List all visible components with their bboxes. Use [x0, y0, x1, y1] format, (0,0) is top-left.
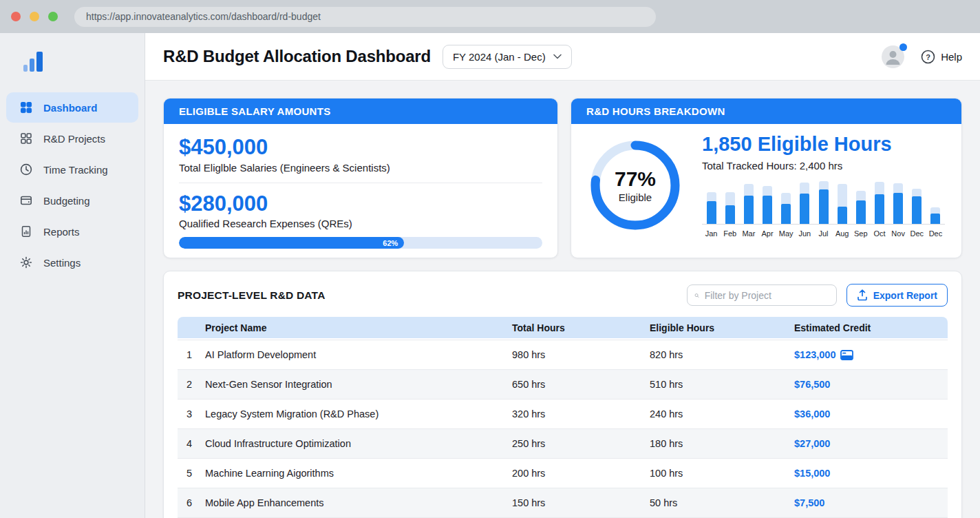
- bar-eligible: [912, 196, 922, 224]
- window-controls: [11, 12, 58, 21]
- estimated-credit-value: $15,000: [794, 468, 948, 479]
- bar-month-5: [777, 181, 796, 224]
- bar-month-1: [702, 181, 721, 224]
- qre-progress-percent: 62%: [383, 239, 398, 247]
- sidebar-item-reports[interactable]: Reports: [6, 216, 138, 247]
- search-icon: [694, 290, 699, 301]
- bar-eligible: [744, 196, 754, 224]
- bar-eligible: [930, 214, 940, 224]
- sidebar-item-label: Dashboard: [43, 102, 97, 114]
- total-hours-value: 250 hrs: [512, 438, 650, 449]
- project-filter-field[interactable]: [687, 284, 837, 306]
- wallet-icon: [19, 194, 33, 207]
- table-row[interactable]: 2Next-Gen Sensor Integration650 hrs510 h…: [178, 369, 948, 399]
- eligible-hours-value: 820 hrs: [650, 349, 794, 360]
- bar-eligible: [893, 193, 903, 224]
- eligible-hours-donut-chart: 77% Eligible: [586, 136, 684, 234]
- eligible-hours-headline: 1,850 Eligible Hours: [702, 134, 945, 156]
- app-logo-bars-icon: [23, 51, 145, 72]
- eligible-salary-card: ELIGIBLE SALARY AMOUNTS $450,000 Total E…: [163, 98, 558, 258]
- page-header: R&D Budget Allocation Dashboard FY 2024 …: [145, 33, 980, 81]
- sidebar-item-r-d-projects[interactable]: R&D Projects: [6, 123, 138, 154]
- bar-month-label: Jul: [814, 229, 833, 238]
- sidebar-menu: DashboardR&D ProjectsTime TrackingBudget…: [0, 92, 145, 278]
- project-row-number: 4: [178, 438, 205, 449]
- project-name: Legacy System Migration (R&D Phase): [205, 408, 512, 419]
- report-document-icon: [19, 225, 33, 238]
- credit-amount: $36,000: [794, 408, 830, 419]
- project-filter-input[interactable]: [705, 290, 829, 301]
- table-row[interactable]: 5Machine Learning Aigorithms200 hrs100 h…: [178, 458, 948, 488]
- bar-month-12: [908, 181, 926, 224]
- user-avatar[interactable]: [882, 45, 904, 68]
- bar-eligible: [875, 194, 884, 224]
- eligible-hours-value: 50 hrs: [650, 497, 794, 508]
- export-report-button[interactable]: Export Report: [846, 284, 948, 307]
- project-row-number: 5: [178, 468, 205, 479]
- sidebar-item-label: Time Tracking: [43, 164, 108, 176]
- clock-icon: [19, 163, 33, 176]
- divider: [179, 183, 542, 183]
- bar-month-label: Feb: [721, 229, 739, 238]
- credit-amount: $123,000: [794, 349, 835, 360]
- notification-dot: [899, 43, 907, 51]
- minimize-window-button[interactable]: [30, 12, 39, 21]
- estimated-credit-value: $27,000: [794, 438, 948, 449]
- address-bar[interactable]: https://app.innovateanalytics.com/dashbo…: [74, 7, 656, 27]
- table-row[interactable]: 3Legacy System Migration (R&D Phase)320 …: [178, 399, 948, 428]
- fiscal-year-selector[interactable]: FY 2024 (Jan - Dec): [443, 45, 572, 69]
- hours-card-header: R&D HOURS BREAKDOWN: [571, 99, 961, 124]
- url-text: https://app.innovateanalytics.com/dashbo…: [86, 11, 321, 22]
- qre-progress-fill: 62%: [179, 237, 404, 249]
- bar-month-label: Mar: [739, 229, 758, 238]
- sidebar-item-dashboard[interactable]: Dashboard: [6, 92, 138, 123]
- total-eligible-salaries-label: Total Eliglble Salaries (Engineers & Sci…: [179, 162, 542, 174]
- eligible-hours-value: 100 hrs: [650, 468, 794, 479]
- col-project-name: Project Name: [205, 322, 512, 333]
- credit-amount: $7,500: [794, 497, 824, 508]
- project-name: Next-Gen Sensor Integration: [205, 379, 512, 390]
- dashboard-content: ELIGIBLE SALARY AMOUNTS $450,000 Total E…: [145, 81, 980, 518]
- bar-month-10: [870, 181, 888, 224]
- browser-chrome: https://app.innovateanalytics.com/dashbo…: [0, 0, 980, 33]
- dashboard-grid-icon: [19, 101, 33, 114]
- sidebar-item-label: R&D Projects: [43, 133, 105, 145]
- help-button[interactable]: ? Help: [921, 50, 962, 64]
- project-row-number: 1: [178, 349, 205, 360]
- credit-amount: $76,500: [794, 379, 830, 390]
- sidebar-item-settings[interactable]: Settings: [6, 247, 138, 278]
- bar-month-7: [814, 181, 833, 224]
- close-window-button[interactable]: [11, 12, 21, 21]
- table-header-row: Project Name Total Hours Eligible Hours …: [178, 317, 948, 338]
- estimated-credit-value: $7,500: [794, 497, 948, 508]
- sidebar-item-time-tracking[interactable]: Time Tracking: [6, 154, 138, 185]
- project-data-title: PROJECT-LEVEL R&D DATA: [178, 289, 326, 302]
- table-body: 1AI Platform Development980 hrs820 hrs$1…: [178, 340, 948, 518]
- donut-percent-value: 77%: [615, 168, 656, 190]
- table-row[interactable]: 6Mobile App Enhancements150 hrs50 hrs$7,…: [178, 488, 948, 517]
- maximize-window-button[interactable]: [48, 12, 58, 21]
- project-name: Cloud Infrastructure Optimization: [205, 438, 512, 449]
- bar-month-9: [851, 181, 870, 224]
- sidebar-item-budgeting[interactable]: Budgeting: [6, 185, 138, 216]
- eligible-hours-value: 180 hrs: [650, 438, 794, 449]
- bar-eligible: [800, 194, 809, 224]
- table-row[interactable]: 4Cloud Infrastructure Optimization250 hr…: [178, 428, 948, 458]
- estimated-credit-value: $76,500: [794, 379, 948, 390]
- sidebar-item-label: Settings: [43, 257, 81, 269]
- bar-month-label: Jan: [702, 229, 721, 238]
- project-row-number: 3: [178, 408, 205, 419]
- project-row-number: 2: [178, 379, 205, 390]
- bar-month-2: [721, 181, 739, 224]
- total-hours-value: 980 hrs: [512, 349, 650, 360]
- bar-month-8: [833, 181, 851, 224]
- bar-eligible: [763, 196, 772, 224]
- bar-month-label: Aug: [833, 229, 851, 238]
- donut-percent-label: Eligible: [619, 191, 652, 203]
- credit-amount: $27,000: [794, 438, 830, 449]
- salary-card-header: ELIGIBLE SALARY AMOUNTS: [164, 99, 557, 124]
- project-row-number: 6: [178, 497, 205, 508]
- bar-month-4: [758, 181, 776, 224]
- page-title: R&D Budget Allocation Dashboard: [163, 47, 431, 66]
- table-row[interactable]: 1AI Platform Development980 hrs820 hrs$1…: [178, 340, 948, 369]
